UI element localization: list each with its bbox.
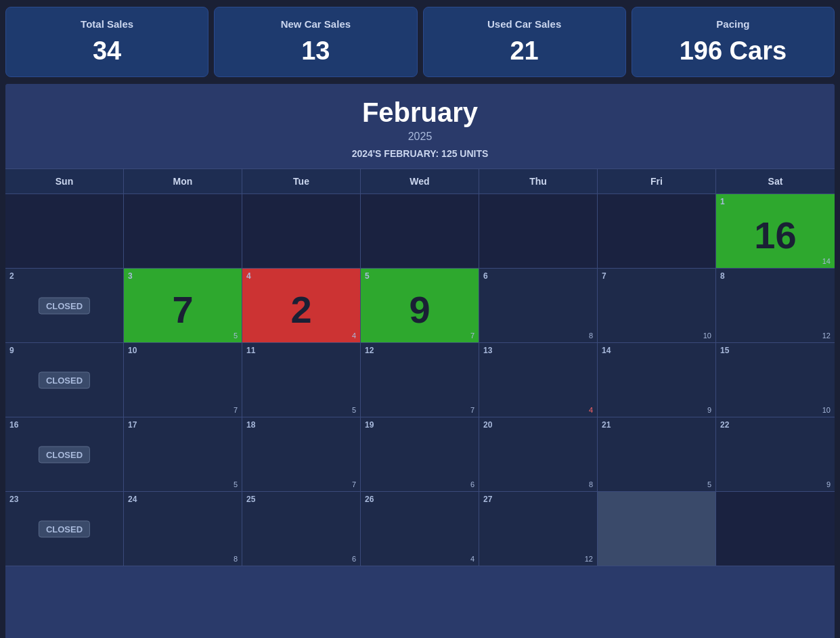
cal-cell-empty-r1c2[interactable] — [124, 194, 242, 269]
cell-value-feb3: 7 — [172, 288, 193, 332]
cell-value-feb1: 16 — [754, 213, 796, 257]
day-header-sat: Sat — [716, 169, 835, 193]
cal-cell-feb19[interactable]: 19 6 — [361, 417, 479, 492]
day-header-sun: Sun — [5, 169, 124, 193]
cal-cell-feb6[interactable]: 6 8 — [479, 269, 598, 343]
day-num-21: 21 — [602, 420, 611, 430]
cal-cell-empty-r1c3[interactable] — [242, 194, 361, 269]
cell-bottom-feb13: 4 — [589, 406, 593, 414]
closed-badge-feb16: CLOSED — [39, 446, 90, 463]
day-num-23: 23 — [9, 495, 18, 504]
cal-cell-feb5[interactable]: 5 9 7 — [361, 269, 479, 343]
cell-bottom-feb26: 4 — [470, 555, 474, 563]
stat-new-car-sales-value: 13 — [228, 37, 403, 66]
cal-cell-feb17[interactable]: 17 5 — [124, 417, 242, 492]
stat-new-car-sales: New Car Sales 13 — [214, 7, 417, 77]
cal-cell-empty-r1c5[interactable] — [479, 194, 598, 269]
stat-pacing-label: Pacing — [646, 18, 820, 30]
calendar-prev-year-note: 2024'S FEBRUARY: 125 UNITS — [12, 148, 828, 159]
cal-cell-feb8[interactable]: 8 12 — [716, 269, 835, 343]
cal-cell-feb2[interactable]: 2 CLOSED — [5, 269, 124, 343]
stat-used-car-sales: Used Car Sales 21 — [423, 7, 626, 77]
cal-cell-feb26[interactable]: 26 4 — [361, 492, 479, 566]
cell-bottom-feb1: 14 — [822, 257, 831, 265]
calendar-month: February — [12, 97, 828, 128]
day-num-10: 10 — [128, 346, 137, 355]
cal-cell-feb4[interactable]: 4 2 4 — [242, 269, 361, 343]
cal-cell-feb13[interactable]: 13 4 — [479, 343, 598, 417]
cell-bottom-feb20: 8 — [589, 480, 593, 488]
cal-cell-feb14[interactable]: 14 9 — [598, 343, 716, 417]
day-num-26: 26 — [365, 495, 374, 504]
cell-value-feb4: 2 — [290, 288, 311, 332]
closed-badge-feb9: CLOSED — [39, 371, 90, 388]
cal-cell-feb20[interactable]: 20 8 — [479, 417, 598, 492]
day-num-12: 12 — [365, 346, 374, 355]
cal-cell-feb15[interactable]: 15 10 — [716, 343, 835, 417]
day-num-2: 2 — [9, 271, 14, 281]
day-num-6: 6 — [483, 271, 488, 281]
cal-cell-feb11[interactable]: 11 5 — [242, 343, 361, 417]
cell-bottom-feb24: 8 — [234, 555, 238, 563]
day-num-7: 7 — [602, 271, 606, 281]
day-num-14: 14 — [602, 346, 611, 355]
day-num-17: 17 — [128, 420, 137, 430]
cal-cell-feb16[interactable]: 16 CLOSED — [5, 417, 124, 492]
cal-cell-feb24[interactable]: 24 8 — [124, 492, 242, 566]
cal-cell-empty-r1c1[interactable] — [5, 194, 124, 269]
cell-bottom-feb17: 5 — [234, 480, 238, 488]
day-num-15: 15 — [720, 346, 729, 355]
cell-bottom-feb4: 4 — [352, 332, 356, 340]
cal-cell-feb27[interactable]: 27 12 — [479, 492, 598, 566]
cal-cell-feb9[interactable]: 9 CLOSED — [5, 343, 124, 417]
cell-bottom-feb25: 6 — [352, 555, 356, 563]
calendar: February 2025 2024'S FEBRUARY: 125 UNITS… — [5, 84, 835, 638]
closed-badge-feb23: CLOSED — [39, 520, 90, 537]
closed-badge-feb2: CLOSED — [39, 297, 90, 314]
day-num-16: 16 — [9, 420, 18, 430]
cal-cell-feb3[interactable]: 3 7 5 — [124, 269, 242, 343]
day-num-13: 13 — [483, 346, 492, 355]
day-num-20: 20 — [483, 420, 492, 430]
cell-bottom-feb7: 10 — [703, 332, 711, 340]
cal-cell-feb7[interactable]: 7 10 — [598, 269, 716, 343]
stats-row: Total Sales 34 New Car Sales 13 Used Car… — [0, 0, 840, 84]
cal-cell-feb28[interactable] — [598, 492, 716, 566]
cal-cell-feb25[interactable]: 25 6 — [242, 492, 361, 566]
day-num-5: 5 — [365, 271, 370, 281]
cal-cell-feb1[interactable]: 1 16 14 — [716, 194, 835, 269]
cal-cell-feb21[interactable]: 21 5 — [598, 417, 716, 492]
cal-cell-feb23[interactable]: 23 CLOSED — [5, 492, 124, 566]
calendar-header: February 2025 2024'S FEBRUARY: 125 UNITS — [5, 84, 835, 168]
day-header-mon: Mon — [124, 169, 242, 193]
cell-bottom-feb11: 5 — [352, 406, 356, 414]
stat-pacing: Pacing 196 Cars — [632, 7, 835, 77]
cal-cell-feb18[interactable]: 18 7 — [242, 417, 361, 492]
day-num-3: 3 — [128, 271, 133, 281]
cal-cell-feb10[interactable]: 10 7 — [124, 343, 242, 417]
day-headers: Sun Mon Tue Wed Thu Fri Sat — [5, 168, 835, 193]
cell-bottom-feb14: 9 — [707, 406, 711, 414]
cell-bottom-feb22: 9 — [826, 480, 831, 488]
stat-total-sales-label: Total Sales — [20, 18, 194, 30]
day-num-4: 4 — [246, 271, 251, 281]
cell-bottom-feb19: 6 — [470, 480, 474, 488]
cal-cell-feb12[interactable]: 12 7 — [361, 343, 479, 417]
calendar-grid: 1 16 14 2 CLOSED 3 7 5 4 2 4 5 9 7 — [5, 193, 835, 638]
cell-bottom-feb5: 7 — [470, 332, 474, 340]
day-num-25: 25 — [246, 495, 255, 504]
day-header-tue: Tue — [242, 169, 361, 193]
day-header-fri: Fri — [598, 169, 716, 193]
day-num-22: 22 — [720, 420, 729, 430]
day-header-thu: Thu — [479, 169, 598, 193]
cell-bottom-feb8: 12 — [822, 332, 831, 340]
cal-cell-empty-r5c7[interactable] — [716, 492, 835, 566]
day-num-19: 19 — [365, 420, 374, 430]
cal-cell-empty-r1c6[interactable] — [598, 194, 716, 269]
day-num-18: 18 — [246, 420, 255, 430]
day-num-9: 9 — [9, 346, 14, 355]
cell-bottom-feb3: 5 — [234, 332, 238, 340]
cell-bottom-feb15: 10 — [822, 406, 831, 414]
cal-cell-feb22[interactable]: 22 9 — [716, 417, 835, 492]
cal-cell-empty-r1c4[interactable] — [361, 194, 479, 269]
